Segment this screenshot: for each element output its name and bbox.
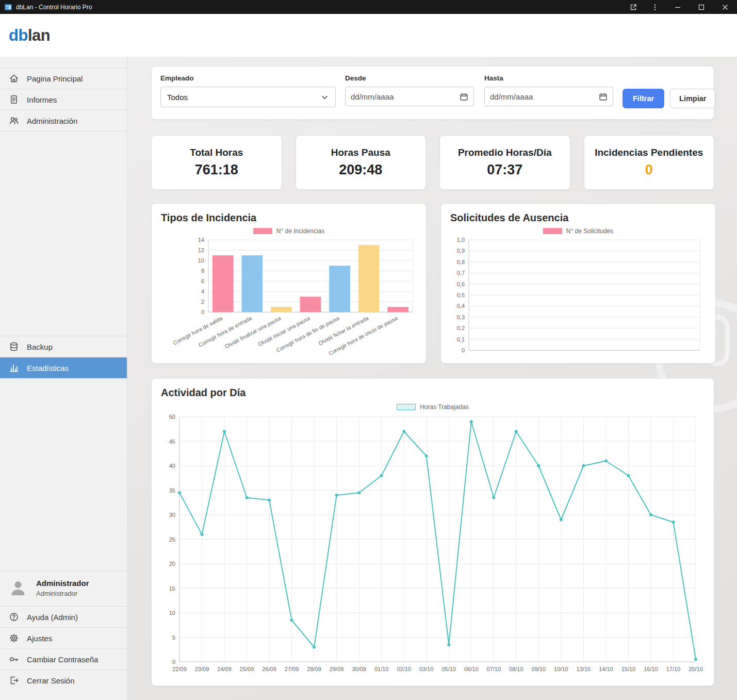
- empleado-label: Empleado: [160, 74, 336, 82]
- sidebar-item-label: Pagina Principal: [27, 74, 83, 83]
- stat-label: Horas Pausa: [331, 147, 390, 158]
- svg-text:09/10: 09/10: [532, 666, 546, 672]
- stat-value: 761:18: [195, 162, 238, 178]
- limpiar-button[interactable]: Limpiar: [670, 89, 715, 108]
- app-logo: dblan: [9, 26, 50, 45]
- maximize-button[interactable]: [690, 0, 713, 14]
- desde-date-input[interactable]: dd/mm/aaaa: [345, 87, 474, 106]
- close-button[interactable]: [713, 0, 737, 14]
- calendar-icon[interactable]: [460, 92, 468, 101]
- desde-label: Desde: [345, 74, 474, 82]
- svg-text:Olvidé iniciar una pausa: Olvidé iniciar una pausa: [257, 315, 311, 347]
- sidebar-item-ajustes[interactable]: Ajustes: [0, 627, 127, 648]
- actividad-chart: 0510152025303540455022/0923/0924/0925/09…: [161, 413, 705, 678]
- svg-text:45: 45: [169, 438, 175, 445]
- svg-text:17/10: 17/10: [666, 666, 681, 672]
- svg-text:12: 12: [198, 247, 204, 253]
- minimize-button[interactable]: [666, 0, 690, 14]
- sidebar-item-cerrar-sesion[interactable]: Cerrar Sesión: [0, 670, 127, 691]
- svg-text:22/09: 22/09: [172, 666, 187, 672]
- svg-text:0: 0: [172, 659, 175, 665]
- user-avatar-icon: [8, 578, 28, 598]
- titlebar-controls: [623, 0, 737, 14]
- user-info: Administrador Administrador: [36, 579, 89, 597]
- kebab-menu-icon[interactable]: [644, 0, 666, 14]
- svg-text:0,6: 0,6: [457, 281, 465, 287]
- database-icon: [9, 341, 19, 352]
- svg-text:1,0: 1,0: [457, 237, 465, 243]
- sidebar-item-ayuda[interactable]: Ayuda (Admin): [0, 606, 127, 627]
- sidebar: Pagina Principal Informes Administración: [0, 57, 127, 700]
- svg-text:03/10: 03/10: [419, 666, 434, 672]
- svg-text:0,1: 0,1: [457, 336, 465, 343]
- legend-swatch: [543, 228, 562, 234]
- chart-legend[interactable]: Horas Trabajadas: [161, 403, 705, 411]
- desde-field-group: Desde dd/mm/aaaa: [345, 74, 474, 106]
- sidebar-item-administracion[interactable]: Administración: [0, 110, 127, 131]
- svg-text:30/09: 30/09: [352, 666, 366, 672]
- main-panel: Empleado Todos Desde dd/mm/aaaa: [127, 57, 737, 700]
- chart-legend[interactable]: N° de Incidencias: [161, 227, 417, 235]
- svg-text:0,2: 0,2: [457, 325, 465, 331]
- sidebar-item-label: Ajustes: [27, 634, 52, 643]
- svg-text:02/10: 02/10: [397, 666, 411, 672]
- svg-text:16/10: 16/10: [644, 666, 658, 672]
- svg-text:15/10: 15/10: [621, 666, 636, 672]
- open-external-icon[interactable]: [623, 0, 644, 14]
- svg-text:5: 5: [172, 634, 175, 641]
- svg-text:27/09: 27/09: [285, 666, 299, 672]
- sidebar-user-block: Administrador Administrador: [0, 571, 127, 605]
- svg-text:Olvidé fichar la entrada: Olvidé fichar la entrada: [317, 315, 369, 346]
- app-header: dblan: [0, 14, 737, 57]
- svg-text:15: 15: [169, 585, 175, 592]
- svg-text:0,5: 0,5: [457, 292, 465, 298]
- stat-card-total-horas: Total Horas 761:18: [151, 135, 282, 190]
- sidebar-item-backup[interactable]: Backup: [0, 336, 127, 357]
- help-icon: [9, 612, 19, 622]
- svg-text:2: 2: [201, 299, 204, 305]
- sidebar-item-cambiar-contrasena[interactable]: Cambiar Contraseña: [0, 648, 127, 670]
- stat-value: 0: [645, 162, 653, 178]
- svg-text:06/10: 06/10: [464, 666, 479, 672]
- stat-label: Incidencias Pendientes: [595, 147, 703, 158]
- svg-text:35: 35: [169, 487, 175, 494]
- empleado-selected-value: Todos: [167, 93, 188, 102]
- titlebar: dbLan - Control Horario Pro: [0, 0, 737, 14]
- sidebar-item-label: Administración: [27, 117, 77, 125]
- svg-text:6: 6: [201, 278, 204, 284]
- svg-text:05/10: 05/10: [441, 666, 456, 672]
- svg-text:10: 10: [198, 257, 204, 264]
- user-name: Administrador: [36, 579, 89, 588]
- svg-text:0,4: 0,4: [457, 303, 465, 309]
- solicitudes-ausencia-card: Solicitudes de Ausencia N° de Solicitude…: [440, 203, 716, 364]
- sidebar-item-pagina-principal[interactable]: Pagina Principal: [0, 68, 127, 89]
- chart-legend[interactable]: N° de Solicitudes: [450, 227, 706, 235]
- legend-label: N° de Incidencias: [276, 227, 325, 235]
- sidebar-item-label: Backup: [27, 343, 53, 351]
- charts-row: Tipos de Incidencia N° de Incidencias 02…: [151, 203, 714, 364]
- tipos-incidencia-chart: 02468101214Corregir hora de salidaCorreg…: [161, 237, 417, 360]
- hasta-date-input[interactable]: dd/mm/aaaa: [484, 87, 613, 106]
- filtrar-button[interactable]: Filtrar: [623, 89, 664, 108]
- sidebar-item-informes[interactable]: Informes: [0, 89, 127, 110]
- stat-card-incidencias: Incidencias Pendientes 0: [584, 135, 715, 190]
- hasta-label: Hasta: [484, 74, 613, 82]
- sidebar-item-label: Ayuda (Admin): [27, 613, 78, 622]
- stat-card-promedio: Promedio Horas/Día 07:37: [439, 135, 570, 190]
- tipos-incidencia-card: Tipos de Incidencia N° de Incidencias 02…: [151, 203, 427, 364]
- empleado-select[interactable]: Todos: [160, 87, 336, 107]
- stat-value: 07:37: [487, 162, 522, 178]
- svg-text:30: 30: [169, 512, 175, 518]
- sidebar-item-estadisticas[interactable]: Estadísticas: [0, 357, 127, 378]
- hasta-field-group: Hasta dd/mm/aaaa: [484, 74, 613, 106]
- svg-text:20: 20: [169, 561, 175, 567]
- calendar-icon[interactable]: [599, 92, 608, 101]
- chart-title: Actividad por Día: [161, 387, 705, 399]
- svg-text:Olvidé finalizar una pausa: Olvidé finalizar una pausa: [224, 315, 282, 349]
- desde-placeholder: dd/mm/aaaa: [351, 92, 394, 101]
- svg-text:07/10: 07/10: [487, 666, 501, 672]
- logo-db: db: [9, 26, 28, 44]
- bar-chart-icon: [9, 363, 19, 373]
- svg-text:0,9: 0,9: [457, 248, 465, 254]
- svg-text:23/09: 23/09: [195, 666, 209, 672]
